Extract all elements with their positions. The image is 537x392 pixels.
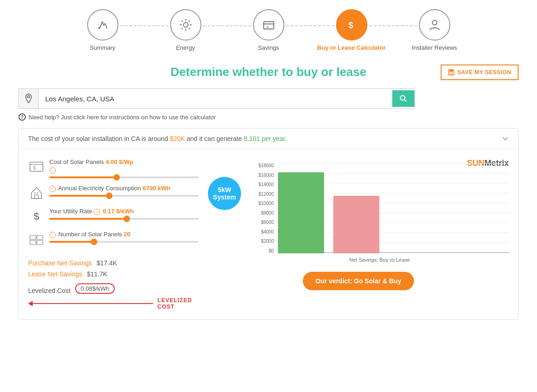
page-title: Determine whether to buy or lease [171, 65, 366, 79]
help-text[interactable]: ? Need help? Just click here for instruc… [18, 113, 519, 121]
param-value-annual: 6700 kWh [142, 185, 170, 192]
svg-text:$: $ [266, 25, 269, 29]
verdict-button[interactable]: Our verdict: Go Solar & Buy [303, 272, 414, 290]
card-body: $ Cost of Solar Panels 4.00 $/Wp i [19, 149, 518, 319]
home-electricity-icon [28, 185, 45, 201]
info-icon-utility: i [94, 209, 100, 215]
banner-text: The cost of your solar installation in C… [28, 135, 287, 142]
step-label-savings: Savings [258, 44, 279, 51]
lease-savings-label: Lease Net Savings [28, 270, 83, 278]
param-label-num-panels: i Number of Solar Panels 20 [49, 231, 199, 238]
y-label-8000: $8000 [250, 211, 276, 216]
location-input[interactable] [39, 90, 392, 107]
step-label-energy: Energy [176, 44, 195, 51]
nav-step-savings[interactable]: $ Savings [227, 9, 310, 51]
svg-rect-16 [449, 70, 453, 72]
svg-line-8 [189, 21, 190, 22]
param-value-cost-solar: 4.00 $/Wp [106, 158, 133, 165]
param-label-utility-rate: Your Utility Rate i 0.17 $/kWh [49, 208, 199, 215]
svg-rect-10 [264, 22, 274, 29]
param-label-cost-solar: Cost of Solar Panels 4.00 $/Wp i [49, 158, 199, 174]
help-label: Need help? Just click here for instructi… [29, 114, 216, 121]
step-circle-installer [419, 9, 450, 41]
step-circle-energy [170, 9, 201, 41]
banner-middle: and it can generate [185, 135, 244, 142]
svg-rect-24 [35, 195, 38, 199]
system-kw: 5kW [218, 186, 231, 193]
solar-panels-icon [28, 231, 45, 247]
y-label-2000: $2000 [250, 239, 276, 244]
svg-text:$: $ [33, 165, 36, 170]
step-circle-summary [87, 9, 118, 41]
info-icon-cost-solar: i [49, 167, 56, 174]
svg-rect-30 [30, 240, 36, 245]
card-banner: The cost of your solar installation in C… [19, 129, 518, 149]
help-icon: ? [18, 113, 26, 121]
slider-cost-solar[interactable] [49, 176, 199, 178]
param-num-panels: i Number of Solar Panels 20 [28, 231, 199, 247]
y-label-12000: $12000 [250, 192, 276, 197]
svg-point-1 [183, 23, 188, 27]
save-session-label: SAVE MY SESSION [457, 69, 511, 76]
y-label-0: $0 [250, 248, 276, 253]
banner-amount: $20K [170, 135, 185, 142]
solar-icon: $ [28, 158, 45, 175]
banner-prefix: The cost of your solar installation in C… [28, 135, 170, 142]
banner-generation: 8,101 per year [244, 135, 285, 142]
step-circle-buy-lease: $ [336, 9, 367, 41]
param-cost-solar: $ Cost of Solar Panels 4.00 $/Wp i [28, 158, 199, 178]
param-label-annual-electricity: i Annual Electricity Consumption 6700 kW… [49, 185, 199, 192]
system-label: System [213, 193, 236, 201]
purchase-savings-value: $17.4K [96, 259, 117, 267]
arrow-head-left-icon [28, 301, 33, 306]
nav-steps: Summary Energy $ Saving [0, 0, 537, 56]
y-label-4000: $4000 [250, 229, 276, 234]
arrow-shaft [33, 303, 153, 304]
search-button[interactable] [392, 90, 414, 107]
svg-text:$: $ [348, 21, 353, 30]
svg-rect-28 [30, 235, 36, 240]
svg-line-6 [181, 21, 183, 22]
param-info-annual-electricity: i Annual Electricity Consumption 6700 kW… [49, 185, 199, 197]
y-label-6000: $6000 [250, 220, 276, 225]
purchase-savings-label: Purchase Net Savings [28, 259, 92, 267]
y-label-16000: $16000 [250, 173, 276, 178]
slider-num-panels[interactable] [49, 241, 199, 243]
param-info-utility-rate: Your Utility Rate i 0.17 $/kWh [49, 208, 199, 220]
svg-line-9 [181, 28, 183, 29]
lease-savings-value: $11.7K [87, 270, 107, 278]
param-value-panels: 20 [124, 231, 130, 238]
nav-step-summary[interactable]: Summary [61, 9, 144, 51]
annotation-label: LEVELIZED COST [158, 297, 199, 310]
nav-step-installer[interactable]: Installer Reviews [393, 9, 476, 51]
verdict-section: Our verdict: Go Solar & Buy [208, 272, 509, 290]
search-bar [18, 88, 415, 109]
chart-title: Net Savings: Buy vs Lease [250, 257, 509, 263]
step-label-buy-lease: Buy or Lease Calculator [317, 44, 386, 51]
param-info-num-panels: i Number of Solar Panels 20 [49, 231, 199, 243]
slider-annual-electricity[interactable] [49, 195, 199, 197]
bar-chart: $18000 $16000 $14000 $12000 $10000 $8000… [250, 163, 509, 263]
param-info-cost-solar: Cost of Solar Panels 4.00 $/Wp i [49, 158, 199, 178]
slider-utility-rate[interactable] [49, 218, 199, 220]
purchase-savings-row: Purchase Net Savings $17.4K [28, 259, 199, 267]
svg-point-14 [432, 20, 437, 25]
info-icon-annual: i [49, 186, 56, 192]
step-label-installer: Installer Reviews [412, 44, 457, 51]
main-card: The cost of your solar installation in C… [18, 128, 519, 320]
right-panel: SUNMetrix 5kW System $18000 $16000 $1400… [208, 158, 509, 310]
y-label-10000: $10000 [250, 201, 276, 206]
left-panel: $ Cost of Solar Panels 4.00 $/Wp i [28, 158, 199, 310]
param-utility-rate: $ Your Utility Rate i 0.17 $/kWh [28, 208, 199, 224]
save-session-button[interactable]: SAVE MY SESSION [441, 64, 519, 80]
svg-rect-17 [450, 73, 453, 75]
nav-step-energy[interactable]: Energy [144, 9, 227, 51]
chart-area: 5kW System $18000 $16000 $14000 $12000 $… [208, 163, 509, 263]
y-label-18000: $18000 [250, 163, 276, 168]
nav-step-buy-lease[interactable]: $ Buy or Lease Calculator [310, 9, 393, 51]
svg-rect-21 [30, 162, 43, 171]
param-value-utility: 0.17 $/kWh [103, 208, 134, 215]
header-section: Determine whether to buy or lease SAVE M… [0, 56, 537, 84]
system-badge: 5kW System [208, 177, 241, 210]
svg-rect-29 [37, 235, 43, 240]
